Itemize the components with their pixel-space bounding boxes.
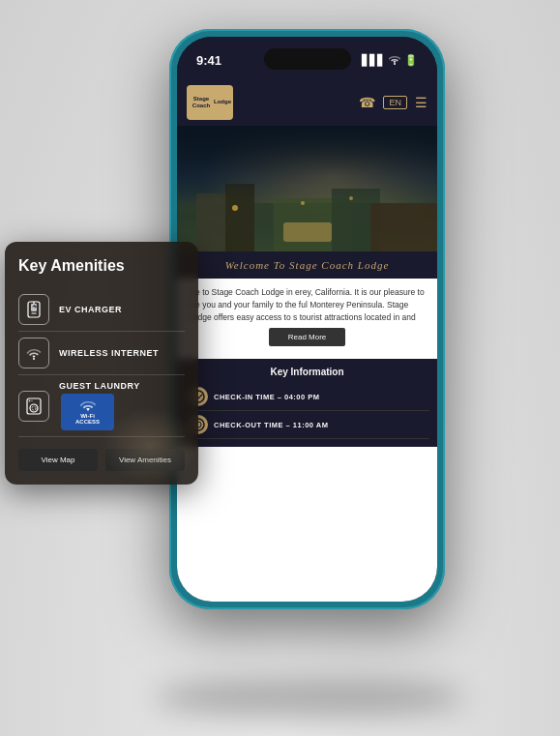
wireless-internet-row: WIRELESS INTERNET <box>18 332 185 375</box>
wireless-internet-label: WIRELESS INTERNET <box>59 348 159 358</box>
svg-rect-15 <box>31 304 37 311</box>
svg-point-7 <box>232 205 238 211</box>
guest-laundry-label: GUEST LAUNDRY <box>59 381 140 391</box>
phone-shadow <box>155 678 464 717</box>
welcome-title: Welcome To Stage Coach Lodge <box>189 259 426 271</box>
key-information-title: Key Information <box>185 367 429 377</box>
ev-charger-row: EV CHARGER <box>18 288 185 332</box>
read-more-button[interactable]: Read More <box>269 328 346 346</box>
amenities-card: Key Amenities EV CHARGER WIRELESS INTERN… <box>5 242 198 485</box>
signal-icon: ▋▋▋ <box>362 54 385 67</box>
checkin-text: CHECK-IN TIME – 04:00 PM <box>214 393 320 401</box>
checkin-row: CHECK-IN TIME – 04:00 PM <box>185 383 429 411</box>
hotel-header: Stage Coach Lodge ☎ EN ☰ <box>177 79 437 126</box>
welcome-section: Welcome To Stage Coach Lodge <box>177 251 437 279</box>
hero-image <box>177 126 437 251</box>
wifi-status-icon <box>389 55 400 67</box>
svg-point-21 <box>31 399 32 400</box>
battery-icon: 🔋 <box>404 54 418 67</box>
view-map-button[interactable]: View Map <box>18 449 98 471</box>
svg-point-18 <box>30 404 38 412</box>
checkout-row: CHECK-OUT TIME – 11:00 AM <box>185 411 429 439</box>
svg-rect-6 <box>370 203 437 251</box>
wireless-icon-box <box>18 338 49 368</box>
body-text-section: me to Stage Coach Lodge in erey, Califor… <box>177 279 437 359</box>
phone-icon[interactable]: ☎ <box>359 95 375 110</box>
key-information-section: Key Information CHECK-IN TIME – 04:00 PM <box>177 359 437 447</box>
phone-inner-bezel: 9:41 ▋▋▋ 🔋 Stage Coach <box>177 37 437 602</box>
checkout-text: CHECK-OUT TIME – 11:00 AM <box>214 421 329 429</box>
ev-charger-icon-box <box>18 294 49 325</box>
dynamic-island <box>264 48 351 70</box>
body-text: me to Stage Coach Lodge in erey, Califor… <box>189 286 426 323</box>
svg-point-19 <box>32 406 36 410</box>
phone-frame: 9:41 ▋▋▋ 🔋 Stage Coach <box>169 29 445 609</box>
svg-rect-10 <box>283 222 332 242</box>
header-icons: ☎ EN ☰ <box>359 95 427 110</box>
svg-point-20 <box>29 399 31 401</box>
status-icons: ▋▋▋ 🔋 <box>362 54 418 67</box>
phone-screen: Stage Coach Lodge ☎ EN ☰ <box>177 79 437 602</box>
laundry-icon-box <box>18 391 49 422</box>
svg-point-8 <box>301 201 305 205</box>
language-button[interactable]: EN <box>383 96 407 109</box>
hotel-logo: Stage Coach Lodge <box>187 85 233 120</box>
svg-point-16 <box>33 358 35 360</box>
card-bg-decoration <box>102 407 198 485</box>
status-time: 9:41 <box>196 53 221 68</box>
svg-point-0 <box>394 63 396 65</box>
wifi-access-label: ACCESS <box>75 419 100 425</box>
menu-icon[interactable]: ☰ <box>415 95 427 110</box>
ev-charger-label: EV CHARGER <box>59 305 122 314</box>
amenities-title: Key Amenities <box>18 257 185 275</box>
